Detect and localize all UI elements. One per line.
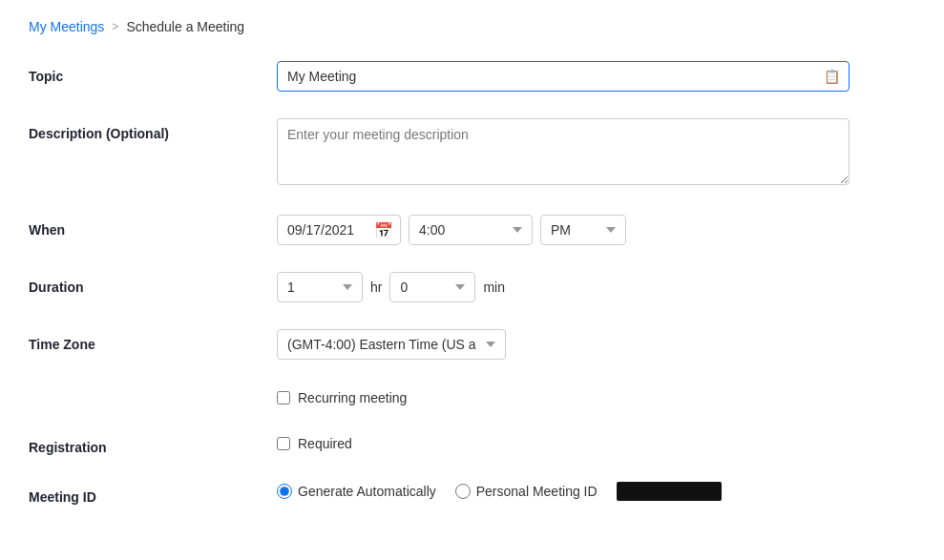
hr-label: hr — [370, 280, 382, 295]
meeting-id-row: Meeting ID Generate Automatically Person… — [29, 482, 888, 508]
registration-control: Required — [277, 432, 888, 451]
breadcrumb-separator: > — [112, 20, 118, 33]
timezone-select[interactable]: (GMT-4:00) Eastern Time (US a (GMT-5:00)… — [277, 329, 506, 360]
timezone-row: Time Zone (GMT-4:00) Eastern Time (US a … — [29, 329, 888, 363]
when-row: When 📅 4:00 4:30 5:00 5:30 AM PM — [29, 215, 888, 249]
generate-automatically-label: Generate Automatically — [298, 484, 436, 499]
recurring-row: Recurring meeting — [29, 386, 888, 409]
min-label: min — [483, 280, 505, 295]
personal-meeting-id-label: Personal Meeting ID — [476, 484, 598, 499]
description-label: Description (Optional) — [29, 118, 277, 141]
duration-min-select[interactable]: 0 15 30 45 — [389, 272, 475, 302]
meeting-id-radio-group: Generate Automatically Personal Meeting … — [277, 482, 888, 501]
recurring-checkbox-label[interactable]: Recurring meeting — [277, 390, 888, 405]
recurring-label: Recurring meeting — [298, 390, 407, 405]
when-control: 📅 4:00 4:30 5:00 5:30 AM PM — [277, 215, 888, 245]
topic-control: 📋 — [277, 61, 888, 92]
registration-checkbox[interactable] — [277, 437, 290, 450]
ampm-select[interactable]: AM PM — [540, 215, 626, 245]
duration-label: Duration — [29, 272, 277, 295]
date-input-wrapper: 📅 — [277, 215, 401, 245]
registration-checkbox-label[interactable]: Required — [277, 436, 888, 451]
description-input[interactable] — [277, 118, 850, 185]
generate-automatically-option[interactable]: Generate Automatically — [277, 484, 436, 499]
recurring-control: Recurring meeting — [277, 386, 888, 405]
personal-meeting-id-radio[interactable] — [455, 484, 471, 499]
description-row: Description (Optional) — [29, 118, 888, 192]
schedule-meeting-form: Topic 📋 Description (Optional) When 📅 4:… — [29, 61, 888, 508]
recurring-empty-label — [29, 386, 277, 394]
registration-row: Registration Required — [29, 432, 888, 459]
meeting-id-label: Meeting ID — [29, 482, 277, 505]
topic-label: Topic — [29, 61, 277, 84]
duration-hr-select[interactable]: 0 1 2 3 4 5 — [277, 272, 363, 302]
topic-input-wrapper: 📋 — [277, 61, 850, 92]
duration-controls: 0 1 2 3 4 5 hr 0 15 30 45 min — [277, 272, 888, 302]
required-label: Required — [298, 436, 352, 451]
meeting-id-redacted-value — [617, 482, 722, 501]
generate-automatically-radio[interactable] — [277, 484, 292, 499]
when-controls: 📅 4:00 4:30 5:00 5:30 AM PM — [277, 215, 888, 245]
breadcrumb-my-meetings[interactable]: My Meetings — [29, 19, 104, 34]
topic-row: Topic 📋 — [29, 61, 888, 95]
when-label: When — [29, 215, 277, 238]
recurring-checkbox[interactable] — [277, 391, 290, 404]
topic-input[interactable] — [277, 61, 850, 92]
registration-label: Registration — [29, 432, 277, 455]
personal-meeting-id-option[interactable]: Personal Meeting ID — [455, 484, 598, 499]
time-select[interactable]: 4:00 4:30 5:00 5:30 — [409, 215, 533, 245]
timezone-control: (GMT-4:00) Eastern Time (US a (GMT-5:00)… — [277, 329, 888, 360]
breadcrumb: My Meetings > Schedule a Meeting — [29, 19, 915, 34]
breadcrumb-current: Schedule a Meeting — [126, 19, 244, 34]
duration-row: Duration 0 1 2 3 4 5 hr 0 15 30 45 m — [29, 272, 888, 306]
meeting-id-control: Generate Automatically Personal Meeting … — [277, 482, 888, 501]
description-control — [277, 118, 888, 188]
timezone-label: Time Zone — [29, 329, 277, 352]
date-input[interactable] — [277, 215, 401, 245]
duration-control: 0 1 2 3 4 5 hr 0 15 30 45 min — [277, 272, 888, 302]
